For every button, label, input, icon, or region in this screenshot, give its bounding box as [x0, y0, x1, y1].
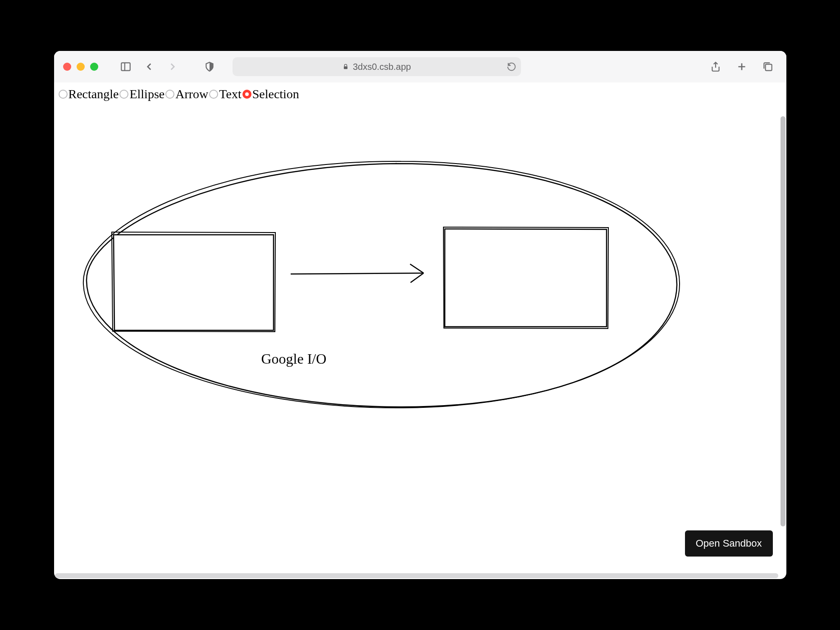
browser-chrome: 3dxs0.csb.app [54, 51, 786, 82]
maximize-window-button[interactable] [90, 63, 98, 71]
address-bar[interactable]: 3dxs0.csb.app [233, 57, 521, 76]
shield-icon[interactable] [200, 57, 219, 76]
forward-button[interactable] [163, 57, 182, 76]
minimize-window-button[interactable] [77, 63, 85, 71]
scrollbar-horizontal[interactable] [55, 573, 778, 578]
close-window-button[interactable] [63, 63, 71, 71]
open-sandbox-button[interactable]: Open Sandbox [685, 530, 773, 557]
browser-window: 3dxs0.csb.app [54, 51, 786, 579]
new-tab-button[interactable] [732, 57, 751, 76]
rectangle-shape-right[interactable] [443, 227, 608, 329]
canvas-svg [54, 82, 786, 579]
back-button[interactable] [140, 57, 159, 76]
page-content: Rectangle Ellipse Arrow Text Selection [54, 82, 786, 579]
sidebar-toggle-button[interactable] [116, 57, 135, 76]
rectangle-shape-left[interactable] [112, 232, 275, 332]
scrollbar-vertical[interactable] [781, 116, 785, 526]
share-button[interactable] [706, 57, 725, 76]
canvas-text-label[interactable]: Google I/O [261, 351, 327, 367]
arrow-shape[interactable] [291, 264, 424, 283]
url-text: 3dxs0.csb.app [353, 62, 411, 72]
tabs-overview-button[interactable] [758, 57, 777, 76]
svg-rect-0 [121, 63, 130, 70]
svg-line-6 [291, 273, 424, 274]
drawing-canvas[interactable]: Google I/O [54, 82, 786, 579]
svg-rect-5 [765, 64, 772, 71]
reload-icon[interactable] [507, 62, 516, 72]
traffic-lights [63, 63, 98, 71]
svg-rect-2 [344, 66, 347, 69]
lock-icon [342, 63, 349, 70]
